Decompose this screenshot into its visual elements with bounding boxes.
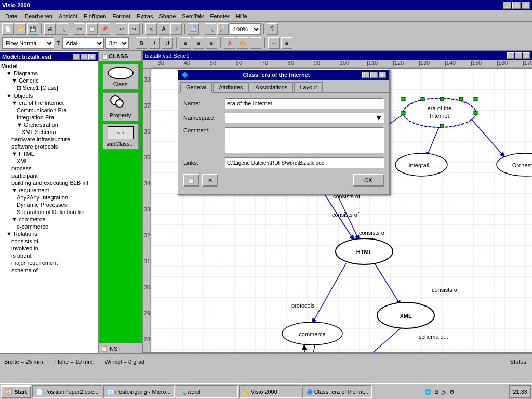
canvas-maximize[interactable]: □ bbox=[515, 52, 522, 59]
rotate-button[interactable]: 🔄 bbox=[188, 23, 199, 35]
tree-involved[interactable]: involved in bbox=[1, 245, 97, 252]
tree-process[interactable]: process bbox=[1, 165, 97, 172]
line-weight-button[interactable]: ≡ bbox=[281, 37, 292, 49]
dialog-maximize[interactable]: □ bbox=[370, 72, 378, 78]
start-button[interactable]: 🪟 Start bbox=[1, 385, 31, 398]
help-button[interactable]: ? bbox=[267, 23, 278, 35]
line-color-button[interactable]: — bbox=[250, 37, 261, 49]
drawing-canvas[interactable]: consists of consists of consists of cons… bbox=[151, 69, 532, 352]
links-input[interactable] bbox=[225, 157, 384, 168]
tree-model[interactable]: Model bbox=[1, 62, 97, 70]
tree-separation[interactable]: Separation of Definition fro bbox=[1, 208, 97, 216]
model-panel-minimize[interactable]: _ bbox=[73, 54, 80, 60]
close-button[interactable]: ✕ bbox=[522, 2, 530, 9]
tab-layout[interactable]: Layout bbox=[294, 82, 323, 92]
cut-button[interactable]: ✂ bbox=[74, 23, 85, 35]
tree-any2any[interactable]: Any2Any Integration bbox=[1, 194, 97, 201]
dialog-clear-button[interactable]: ✕ bbox=[202, 174, 218, 187]
dialog-close[interactable]: ✕ bbox=[379, 72, 386, 78]
flow-dropdown[interactable]: Flow Normal bbox=[2, 37, 54, 49]
line-style-button[interactable]: ═ bbox=[268, 37, 280, 49]
menu-bearbeiten[interactable]: Bearbeiten bbox=[22, 12, 56, 20]
align-left-button[interactable]: ≡ bbox=[180, 37, 191, 49]
connect-tool[interactable]: 🔗 bbox=[170, 23, 182, 35]
font-color-button[interactable]: A bbox=[224, 37, 235, 49]
shape-subclass[interactable]: sub subClass... bbox=[102, 124, 139, 150]
tree-hw-infra[interactable]: hardware infrastructure bbox=[1, 136, 97, 143]
model-panel-maximize[interactable]: □ bbox=[81, 54, 88, 60]
tab-attributes[interactable]: Attributes bbox=[213, 82, 248, 92]
tree-xml-schema[interactable]: XML Schema bbox=[1, 128, 97, 136]
tree-generic[interactable]: ▼ Generic bbox=[1, 77, 97, 84]
name-input[interactable] bbox=[225, 98, 384, 109]
comment-input[interactable] bbox=[225, 127, 384, 153]
italic-button[interactable]: I bbox=[149, 37, 160, 49]
menu-semtalk[interactable]: SemTalk bbox=[179, 12, 207, 20]
scroll-track-h[interactable] bbox=[151, 353, 499, 354]
canvas-minimize[interactable]: _ bbox=[507, 52, 514, 59]
model-panel-close[interactable]: ✕ bbox=[88, 54, 96, 60]
tree-objects[interactable]: ▼ Objects bbox=[1, 92, 97, 99]
taskbar-search[interactable]: 🔍 word bbox=[176, 385, 238, 398]
taskbar-class[interactable]: 🔷 Class: era of the Int... bbox=[302, 385, 373, 398]
taskbar-visio[interactable]: 📐 Visio 2000 bbox=[239, 385, 301, 398]
maximize-button[interactable]: □ bbox=[512, 2, 521, 9]
ok-button[interactable]: OK bbox=[353, 174, 384, 187]
tree-majorreq[interactable]: major requirement bbox=[1, 259, 97, 267]
model-tree[interactable]: Model ▼ Diagrams ▼ Generic ⊞ Seite1 [Cla… bbox=[0, 61, 98, 353]
taskbar-outlook[interactable]: 📧 Posteingang - Micro... bbox=[103, 385, 175, 398]
tree-comm-era[interactable]: Communication Era bbox=[1, 107, 97, 114]
namespace-dropdown[interactable]: ▼ bbox=[225, 113, 384, 123]
canvas-scrollbar[interactable]: ◄ ► Seite1 bbox=[143, 352, 532, 353]
dialog-minimize[interactable]: _ bbox=[362, 72, 369, 78]
menu-format[interactable]: Format bbox=[109, 12, 134, 20]
tree-diagrams[interactable]: ▼ Diagrams bbox=[1, 70, 97, 77]
menu-ansicht[interactable]: Ansicht bbox=[56, 12, 81, 20]
menu-datei[interactable]: Datei bbox=[2, 12, 22, 20]
scroll-right[interactable]: ► bbox=[499, 353, 507, 354]
pointer-tool[interactable]: ↖ bbox=[145, 23, 157, 35]
tree-sw-proto[interactable]: software protocols bbox=[1, 143, 97, 150]
tree-ecommerce[interactable]: e-commerce bbox=[1, 223, 97, 230]
tree-seite1[interactable]: ⊞ Seite1 [Class] bbox=[1, 84, 97, 92]
tree-isabout[interactable]: is about bbox=[1, 252, 97, 259]
tree-schemaof[interactable]: schema of bbox=[1, 267, 97, 274]
new-button[interactable]: 📄 bbox=[2, 23, 14, 35]
menu-extras[interactable]: Extras bbox=[134, 12, 156, 20]
zoom-in-button[interactable]: 🔎 bbox=[217, 23, 229, 35]
taskbar-word[interactable]: 📄 PositionPaper2.doc... bbox=[32, 385, 102, 398]
menu-fenster[interactable]: Fenster bbox=[207, 12, 232, 20]
menu-hilfe[interactable]: Hilfe bbox=[233, 12, 250, 20]
print-prev[interactable]: 🔍 bbox=[57, 23, 68, 35]
dialog-copy-button[interactable]: 📋 bbox=[183, 174, 199, 187]
tree-xml[interactable]: XML bbox=[1, 157, 97, 165]
align-center-button[interactable]: ≡ bbox=[193, 37, 204, 49]
paste-button[interactable]: 📌 bbox=[99, 23, 110, 35]
scroll-left[interactable]: ◄ bbox=[143, 353, 151, 354]
tab-associations[interactable]: Associations bbox=[250, 82, 294, 92]
tree-building[interactable]: building and executing B2B int bbox=[1, 179, 97, 187]
tree-orchestration[interactable]: ▼ Orchestration bbox=[1, 121, 97, 128]
scroll-thumb-h[interactable] bbox=[151, 353, 203, 354]
size-dropdown[interactable]: 8pt bbox=[105, 37, 129, 49]
tab-general[interactable]: General bbox=[180, 82, 212, 93]
zoom-out-button[interactable]: 🔍 bbox=[205, 23, 216, 35]
undo-button[interactable]: ↩ bbox=[116, 23, 127, 35]
seite1-tab[interactable]: Seite1 bbox=[507, 353, 532, 354]
align-right-button[interactable]: ≡ bbox=[206, 37, 217, 49]
open-button[interactable]: 📂 bbox=[15, 23, 26, 35]
tree-integ-era[interactable]: Integration Era bbox=[1, 114, 97, 121]
canvas-close[interactable]: ✕ bbox=[523, 52, 530, 59]
font-dropdown[interactable]: Arial bbox=[62, 37, 104, 49]
tree-requirement[interactable]: ▼ requirement bbox=[1, 187, 97, 194]
print-button[interactable]: 🖨 bbox=[44, 23, 56, 35]
copy-button[interactable]: 📋 bbox=[86, 23, 98, 35]
namespace-dropdown-arrow[interactable]: ▼ bbox=[375, 114, 382, 122]
fill-color-button[interactable]: 🎨 bbox=[237, 37, 248, 49]
save-button[interactable]: 💾 bbox=[27, 23, 38, 35]
zoom-dropdown[interactable]: 100% bbox=[230, 23, 261, 35]
tree-era[interactable]: ▼ era of the Internet bbox=[1, 99, 97, 107]
tree-participant[interactable]: participant bbox=[1, 172, 97, 179]
menu-einfugen[interactable]: Einfügen bbox=[81, 12, 109, 20]
underline-button[interactable]: U bbox=[162, 37, 173, 49]
